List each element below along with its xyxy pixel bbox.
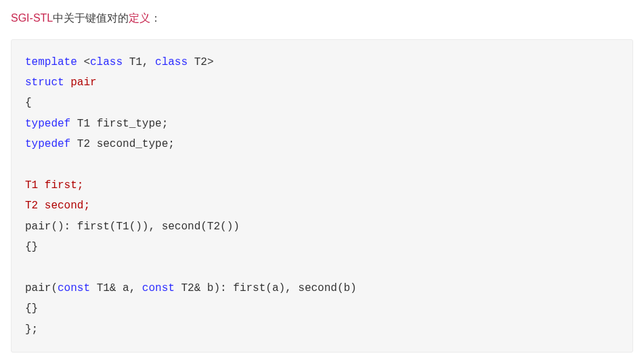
code-token [64,76,71,89]
code-token: class [90,56,123,68]
heading-text: SGI-STL中关于键值对的定义： [11,9,633,27]
code-token: T2 second_type; [70,138,175,150]
heading-normal-1: 中关于键值对的 [53,12,129,24]
code-token: pair [25,221,51,233]
code-token: T1 first; [25,179,83,192]
code-token: < [77,56,90,68]
code-token: pair [70,76,96,89]
code-token: T2 second; [25,200,90,212]
heading-red-1: SGI-STL [11,12,53,24]
code-token: (): first(T1()), second(T2()) [51,221,239,233]
heading-normal-2: ： [150,12,161,24]
code-block: template <class T1, class T2> struct pai… [11,39,633,353]
heading-red-2: 定义 [129,12,150,24]
code-token: T2& b): first(a), second(b) [175,282,357,294]
code-token: T1 [123,56,142,68]
code-token: , [142,56,155,68]
code-token: > [207,56,214,68]
code-token: const [58,282,90,294]
code-token: T1 first_type; [70,118,168,130]
code-token: template [25,56,77,68]
code-token: typedef [25,138,70,150]
code-token: {} [25,241,38,253]
code-token: ( [51,282,58,294]
code-token: const [142,282,175,294]
code-token: }; [25,323,38,336]
code-token: typedef [25,118,70,130]
code-token: pair [25,282,51,294]
code-token: {} [25,302,38,315]
code-token: struct [25,76,64,89]
code-token: T2 [188,56,207,68]
code-token: T1& a, [90,282,142,294]
code-token: { [25,97,32,109]
code-token: class [155,56,188,68]
